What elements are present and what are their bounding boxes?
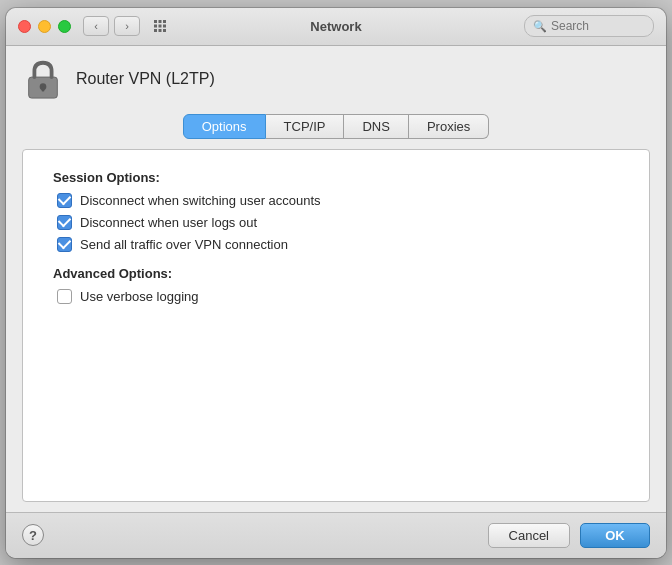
- search-icon: 🔍: [533, 20, 547, 33]
- back-button[interactable]: ‹: [83, 16, 109, 36]
- svg-rect-0: [154, 20, 157, 23]
- session-options-heading: Session Options:: [53, 170, 619, 185]
- options-panel: Session Options: Disconnect when switchi…: [22, 149, 650, 502]
- help-button[interactable]: ?: [22, 524, 44, 546]
- tab-options[interactable]: Options: [183, 114, 266, 139]
- traffic-lights: [18, 20, 71, 33]
- search-box[interactable]: 🔍: [524, 15, 654, 37]
- svg-rect-8: [163, 29, 166, 32]
- tab-tcpip[interactable]: TCP/IP: [266, 114, 345, 139]
- option-disconnect-switch: Disconnect when switching user accounts: [53, 193, 619, 208]
- vpn-header: Router VPN (L2TP): [22, 58, 650, 100]
- svg-rect-2: [163, 20, 166, 23]
- cancel-button[interactable]: Cancel: [488, 523, 570, 548]
- nav-buttons: ‹ ›: [83, 16, 140, 36]
- checkbox-disconnect-switch[interactable]: [57, 193, 72, 208]
- tab-proxies[interactable]: Proxies: [409, 114, 489, 139]
- svg-rect-11: [42, 86, 45, 91]
- grid-button[interactable]: [148, 16, 172, 36]
- label-disconnect-switch: Disconnect when switching user accounts: [80, 193, 321, 208]
- svg-rect-3: [154, 25, 157, 28]
- option-disconnect-logout: Disconnect when user logs out: [53, 215, 619, 230]
- forward-button[interactable]: ›: [114, 16, 140, 36]
- window-title: Network: [310, 19, 361, 34]
- checkbox-send-traffic[interactable]: [57, 237, 72, 252]
- advanced-options-heading: Advanced Options:: [53, 266, 619, 281]
- svg-rect-7: [159, 29, 162, 32]
- close-button[interactable]: [18, 20, 31, 33]
- label-send-traffic: Send all traffic over VPN connection: [80, 237, 288, 252]
- minimize-button[interactable]: [38, 20, 51, 33]
- svg-rect-5: [163, 25, 166, 28]
- footer-buttons: Cancel OK: [488, 523, 650, 548]
- svg-rect-1: [159, 20, 162, 23]
- vpn-icon: [22, 58, 64, 100]
- svg-rect-4: [159, 25, 162, 28]
- tabs: Options TCP/IP DNS Proxies: [22, 114, 650, 139]
- ok-button[interactable]: OK: [580, 523, 650, 548]
- titlebar: ‹ › Network 🔍: [6, 8, 666, 46]
- search-input[interactable]: [551, 19, 645, 33]
- checkbox-disconnect-logout[interactable]: [57, 215, 72, 230]
- footer: ? Cancel OK: [6, 512, 666, 558]
- label-verbose-logging: Use verbose logging: [80, 289, 199, 304]
- label-disconnect-logout: Disconnect when user logs out: [80, 215, 257, 230]
- tab-dns[interactable]: DNS: [344, 114, 408, 139]
- option-send-traffic: Send all traffic over VPN connection: [53, 237, 619, 252]
- checkbox-verbose-logging[interactable]: [57, 289, 72, 304]
- maximize-button[interactable]: [58, 20, 71, 33]
- option-verbose-logging: Use verbose logging: [53, 289, 619, 304]
- main-content: Router VPN (L2TP) Options TCP/IP DNS Pro…: [6, 46, 666, 512]
- svg-rect-6: [154, 29, 157, 32]
- vpn-title: Router VPN (L2TP): [76, 70, 215, 88]
- network-window: ‹ › Network 🔍: [6, 8, 666, 558]
